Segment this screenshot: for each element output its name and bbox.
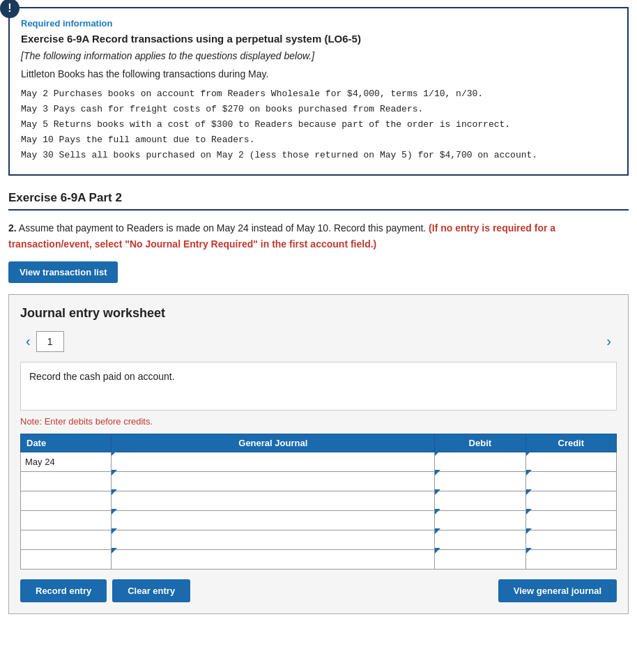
credit-input[interactable] bbox=[526, 456, 616, 475]
debit-input[interactable] bbox=[435, 475, 525, 494]
question-block: 2. Assume that payment to Readers is mad… bbox=[8, 220, 629, 252]
col-header-date: Date bbox=[21, 434, 112, 452]
date-cell bbox=[21, 550, 112, 570]
date-cell bbox=[21, 491, 112, 511]
info-box: ! Required information Exercise 6-9A Rec… bbox=[8, 7, 629, 176]
date-cell bbox=[21, 530, 112, 550]
credit-cell[interactable] bbox=[525, 452, 616, 472]
worksheet-container: Journal entry worksheet ‹ 1 › Record the… bbox=[8, 294, 629, 614]
required-info-label: Required information bbox=[21, 18, 616, 29]
debit-input[interactable] bbox=[435, 553, 525, 572]
col-header-debit: Debit bbox=[435, 434, 525, 452]
record-entry-button[interactable]: Record entry bbox=[20, 579, 107, 602]
col-header-general-journal: General Journal bbox=[112, 434, 435, 452]
question-text: Assume that payment to Readers is made o… bbox=[19, 222, 429, 234]
col-header-credit: Credit bbox=[525, 434, 616, 452]
table-row: May 24 bbox=[21, 452, 617, 472]
date-cell: May 24 bbox=[21, 452, 112, 472]
worksheet-title: Journal entry worksheet bbox=[20, 306, 617, 321]
next-page-button[interactable]: › bbox=[601, 330, 617, 352]
part-heading: Exercise 6-9A Part 2 bbox=[8, 191, 629, 211]
note-text: Note: Enter debits before credits. bbox=[20, 416, 617, 427]
journal-input[interactable] bbox=[112, 553, 434, 572]
journal-input[interactable] bbox=[112, 514, 434, 533]
description-box: Record the cash paid on account. bbox=[20, 362, 617, 411]
transactions-intro: Littleton Books has the following transa… bbox=[21, 68, 616, 79]
question-number: 2. bbox=[8, 222, 17, 234]
journal-input[interactable] bbox=[112, 456, 434, 475]
journal-input[interactable] bbox=[112, 495, 434, 514]
credit-input[interactable] bbox=[526, 514, 616, 533]
view-transaction-wrap: View transaction list bbox=[8, 261, 629, 283]
bottom-buttons: Record entry Clear entry View general jo… bbox=[20, 579, 617, 602]
description-text: Record the cash paid on account. bbox=[29, 371, 175, 382]
credit-input[interactable] bbox=[526, 534, 616, 553]
page-number: 1 bbox=[36, 331, 64, 352]
page-nav: ‹ 1 › bbox=[20, 330, 617, 352]
applies-text: [The following information applies to th… bbox=[21, 50, 616, 61]
info-icon: ! bbox=[0, 0, 20, 18]
journal-input[interactable] bbox=[112, 534, 434, 553]
prev-page-button[interactable]: ‹ bbox=[20, 330, 36, 352]
date-cell bbox=[21, 511, 112, 530]
transactions-list: May 2 Purchases books on account from Re… bbox=[21, 86, 616, 163]
journal-cell[interactable] bbox=[112, 452, 435, 472]
clear-entry-button[interactable]: Clear entry bbox=[112, 579, 190, 602]
credit-input[interactable] bbox=[526, 553, 616, 572]
debit-input[interactable] bbox=[435, 534, 525, 553]
debit-input[interactable] bbox=[435, 495, 525, 514]
exercise-title: Exercise 6-9A Record transactions using … bbox=[21, 33, 616, 45]
view-transaction-list-button[interactable]: View transaction list bbox=[8, 261, 118, 283]
credit-input[interactable] bbox=[526, 475, 616, 494]
journal-table: Date General Journal Debit Credit May 24 bbox=[20, 434, 617, 570]
journal-input[interactable] bbox=[112, 475, 434, 494]
debit-input[interactable] bbox=[435, 456, 525, 475]
credit-input[interactable] bbox=[526, 495, 616, 514]
view-general-journal-button[interactable]: View general journal bbox=[498, 579, 617, 602]
debit-input[interactable] bbox=[435, 514, 525, 533]
date-cell bbox=[21, 472, 112, 491]
debit-cell[interactable] bbox=[435, 452, 525, 472]
